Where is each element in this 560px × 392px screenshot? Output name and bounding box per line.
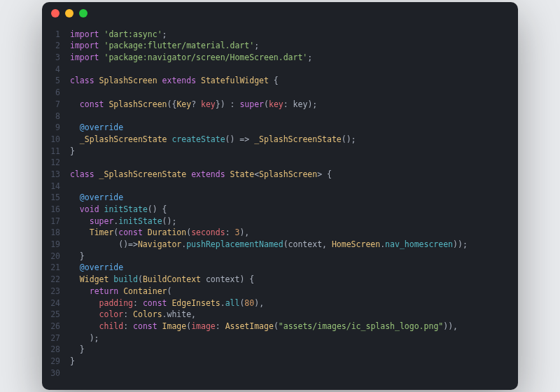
code-line[interactable]	[70, 64, 518, 76]
line-number: 28	[42, 344, 60, 356]
line-number: 13	[42, 169, 60, 181]
code-line[interactable]: );	[70, 332, 518, 344]
code-line[interactable]: @override	[70, 192, 518, 204]
code-line[interactable]: import 'package:flutter/material.dart';	[70, 40, 518, 52]
code-line[interactable]: }	[70, 146, 518, 158]
code-line[interactable]: child: const Image(image: AssetImage("as…	[70, 321, 518, 332]
code-line[interactable]: Timer(const Duration(seconds: 3),	[70, 227, 518, 239]
line-number: 21	[42, 262, 60, 274]
code-line[interactable]: ()=>Navigator.pushReplacementNamed(conte…	[70, 239, 518, 251]
line-number: 30	[42, 368, 60, 379]
zoom-icon[interactable]	[79, 9, 88, 18]
line-number: 26	[42, 321, 60, 332]
line-number: 10	[42, 134, 60, 146]
code-line[interactable]: const SplashScreen({Key? key}) : super(k…	[70, 99, 518, 111]
line-number: 1	[42, 29, 60, 41]
code-editor[interactable]: 1234567891011121314151617181920212223242…	[42, 24, 518, 391]
code-line[interactable]	[70, 87, 518, 99]
line-number: 7	[42, 99, 60, 111]
line-number: 25	[42, 309, 60, 321]
code-line[interactable]: @override	[70, 122, 518, 134]
code-line[interactable]: Widget build(BuildContext context) {	[70, 274, 518, 286]
line-number: 12	[42, 157, 60, 169]
code-line[interactable]: class SplashScreen extends StatefulWidge…	[70, 75, 518, 87]
line-number: 19	[42, 239, 60, 251]
line-number: 14	[42, 181, 60, 192]
code-line[interactable]: padding: const EdgeInsets.all(80),	[70, 298, 518, 309]
minimize-icon[interactable]	[65, 9, 74, 18]
code-line[interactable]	[70, 368, 518, 379]
line-number: 20	[42, 251, 60, 262]
code-line[interactable]: void initState() {	[70, 204, 518, 216]
code-line[interactable]: super.initState();	[70, 216, 518, 227]
code-line[interactable]: class _SplashScreenState extends State<S…	[70, 169, 518, 181]
line-number: 23	[42, 286, 60, 298]
line-number: 9	[42, 122, 60, 134]
line-number: 18	[42, 227, 60, 239]
code-line[interactable]: }	[70, 251, 518, 262]
code-line[interactable]: }	[70, 344, 518, 356]
code-line[interactable]	[70, 111, 518, 122]
code-line[interactable]: }	[70, 356, 518, 368]
close-icon[interactable]	[51, 9, 59, 18]
line-number: 16	[42, 204, 60, 216]
line-number: 2	[42, 40, 60, 52]
code-line[interactable]: return Container(	[70, 286, 518, 298]
line-number: 11	[42, 146, 60, 158]
code-content[interactable]: import 'dart:async';import 'package:flut…	[70, 29, 518, 379]
line-number: 5	[42, 75, 60, 87]
line-number: 22	[42, 274, 60, 286]
line-number: 6	[42, 87, 60, 99]
code-line[interactable]: @override	[70, 262, 518, 274]
line-number: 15	[42, 192, 60, 204]
code-line[interactable]: import 'dart:async';	[70, 29, 518, 41]
line-number: 29	[42, 356, 60, 368]
line-number: 3	[42, 52, 60, 64]
line-number-gutter: 1234567891011121314151617181920212223242…	[42, 29, 70, 379]
editor-window: 1234567891011121314151617181920212223242…	[42, 2, 518, 391]
code-line[interactable]: _SplashScreenState createState() => _Spl…	[70, 134, 518, 146]
line-number: 4	[42, 64, 60, 76]
code-line[interactable]: color: Colors.white,	[70, 309, 518, 321]
line-number: 8	[42, 111, 60, 122]
code-line[interactable]	[70, 157, 518, 169]
code-line[interactable]: import 'package:navigator/screen/HomeScr…	[70, 52, 518, 64]
code-line[interactable]	[70, 181, 518, 192]
line-number: 24	[42, 298, 60, 309]
titlebar	[42, 2, 518, 24]
line-number: 27	[42, 332, 60, 344]
line-number: 17	[42, 216, 60, 227]
